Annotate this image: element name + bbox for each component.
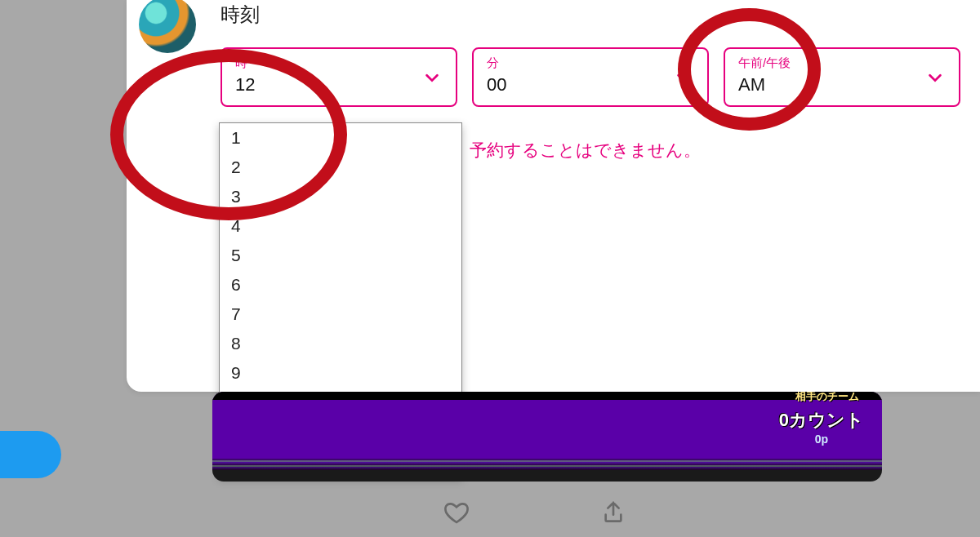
tweet-action-row — [127, 490, 943, 535]
chevron-down-icon — [423, 69, 441, 87]
hour-option[interactable]: 7 — [220, 300, 461, 329]
media-image: 相手のチーム 0カウント 0p — [212, 392, 882, 470]
ampm-select[interactable]: 午前/午後 AM — [724, 47, 960, 107]
field-value: 00 — [487, 74, 694, 95]
field-label: 午前/午後 — [738, 55, 946, 71]
field-value: AM — [738, 74, 946, 95]
hour-option[interactable]: 1 — [220, 123, 461, 153]
status-badge: 0カウント 0p — [779, 408, 864, 446]
hour-option[interactable]: 5 — [220, 241, 461, 270]
field-label: 時 — [235, 55, 443, 71]
hour-option[interactable]: 4 — [220, 211, 461, 241]
compose-tweet-button[interactable] — [0, 431, 61, 478]
hour-option[interactable]: 6 — [220, 270, 461, 300]
like-icon[interactable] — [443, 499, 470, 526]
hour-select[interactable]: 時 12 — [220, 47, 457, 107]
hour-option[interactable]: 3 — [220, 182, 461, 211]
chevron-down-icon — [926, 69, 944, 87]
hour-option[interactable]: 2 — [220, 153, 461, 182]
tweet-media-card[interactable]: 相手のチーム 0カウント 0p — [212, 392, 882, 482]
hour-option[interactable]: 9 — [220, 358, 461, 388]
schedule-error-text: 予約することはできません。 — [470, 139, 701, 162]
time-selects-row: 時 12 分 00 午前/午後 AM — [220, 47, 960, 107]
count-sub: 0p — [779, 433, 864, 446]
field-label: 分 — [487, 55, 694, 71]
chevron-down-icon — [675, 69, 693, 87]
hour-option[interactable]: 8 — [220, 329, 461, 358]
count-primary: 0カウント — [779, 408, 864, 433]
share-icon[interactable] — [600, 499, 626, 526]
section-label-time: 時刻 — [220, 2, 260, 28]
field-value: 12 — [235, 74, 443, 95]
minute-select[interactable]: 分 00 — [472, 47, 709, 107]
team-label: 相手のチーム — [795, 392, 859, 404]
avatar — [139, 0, 196, 53]
